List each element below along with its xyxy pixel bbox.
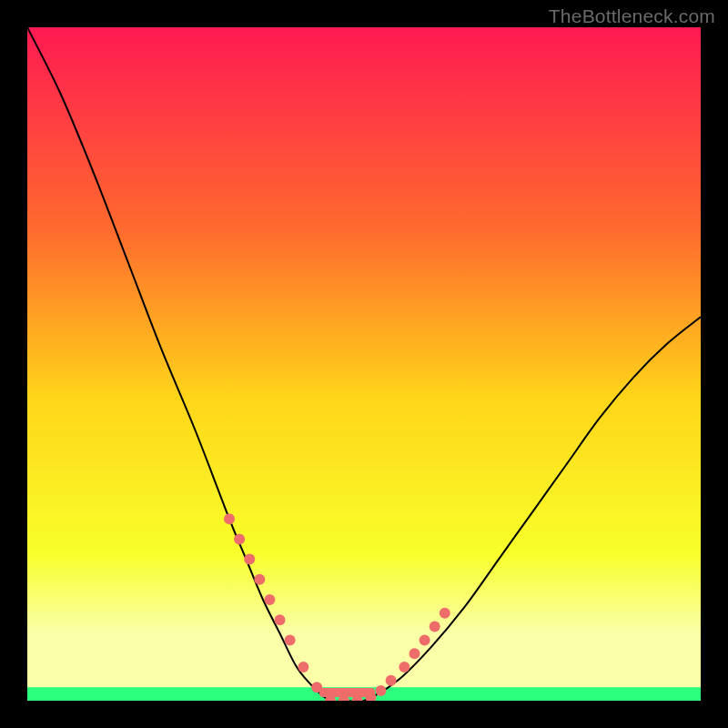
curve-marker — [298, 662, 308, 672]
curve-marker — [376, 685, 387, 696]
curve-marker — [234, 533, 245, 544]
curve-marker — [386, 675, 397, 686]
chart-frame — [27, 27, 701, 701]
curve-marker — [410, 648, 420, 659]
curve-marker — [311, 682, 322, 693]
curve-marker — [399, 662, 410, 672]
curve-marker — [254, 574, 265, 585]
curve-marker — [420, 634, 430, 645]
curve-marker — [224, 513, 235, 524]
watermark-text: TheBottleneck.com — [549, 5, 715, 27]
curve-marker — [244, 554, 255, 565]
curve-marker — [440, 608, 450, 619]
curve-marker — [285, 634, 296, 645]
curve-marker — [275, 614, 286, 625]
bottleneck-chart — [27, 27, 701, 701]
gradient-background — [27, 27, 701, 701]
curve-marker — [430, 622, 440, 632]
curve-marker — [264, 594, 275, 605]
